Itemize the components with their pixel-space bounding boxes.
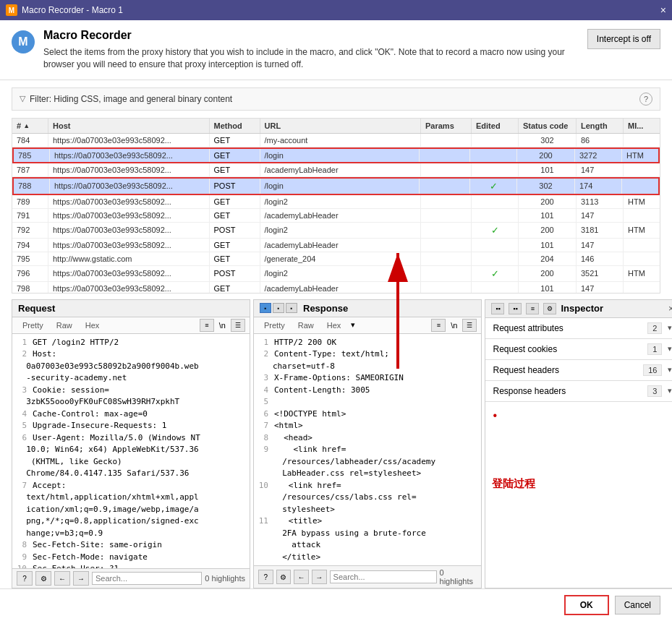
table-body: 784 https://0a07003e03e993c58092... GET … — [12, 134, 660, 293]
slash-n-response: \n — [451, 321, 457, 330]
inspector-row-resp-headers[interactable]: Response headers 3 ▾ — [485, 381, 672, 401]
req-line-9: 9Sec-Fetch-Mode: navigate — [17, 552, 245, 564]
cell-edited — [470, 149, 517, 162]
win-btn-2[interactable]: ▪ — [273, 303, 284, 313]
col-num[interactable]: # ▲ — [12, 119, 48, 133]
menu-icon-response[interactable]: ☰ — [462, 319, 477, 332]
col-edited[interactable]: Edited — [472, 119, 519, 133]
win-btn-3[interactable]: ▪ — [286, 303, 297, 313]
cell-method: GET — [210, 209, 260, 222]
col-length[interactable]: Length — [577, 119, 624, 133]
inspector-title: Inspector — [561, 303, 663, 314]
table-row[interactable]: 792 https://0a07003e03e993c58092... POST… — [12, 223, 660, 239]
cell-length: 3521 — [577, 266, 624, 281]
tab-hex-request[interactable]: Hex — [80, 320, 106, 331]
cancel-button[interactable]: Cancel — [615, 596, 660, 614]
response-bottom-toolbar: ? ⚙ ← → 0 highlights — [254, 565, 481, 588]
cell-url: /login — [260, 149, 420, 162]
inspector-icon-3[interactable]: ≡ — [526, 303, 539, 314]
col-method[interactable]: Method — [210, 119, 260, 133]
wrap-icon-response[interactable]: ≡ — [431, 319, 446, 332]
inspector-icon-4[interactable]: ⚙ — [543, 303, 556, 314]
inspector-panel: ▪▪ ▪▪ ≡ ⚙ Inspector × Request attributes… — [485, 299, 672, 588]
inspector-count-req-cookies: 1 — [647, 343, 662, 355]
search-input-response[interactable] — [330, 570, 437, 583]
col-mime[interactable]: MI... — [624, 119, 660, 133]
menu-icon-request[interactable]: ☰ — [231, 319, 245, 332]
req-line-5: 5Upgrade-Insecure-Requests: 1 — [17, 420, 245, 432]
cell-length: 147 — [577, 209, 624, 222]
col-url[interactable]: URL — [260, 119, 422, 133]
help-icon[interactable]: ? — [639, 93, 652, 106]
win-btn-1[interactable]: ▪ — [260, 303, 271, 313]
cell-length: 3113 — [577, 195, 624, 208]
req-line-7e: hange;v=b3;q=0.9 — [17, 528, 245, 540]
help-btn-response[interactable]: ? — [258, 570, 273, 584]
prev-btn-request[interactable]: ← — [54, 571, 70, 586]
title-bar-text: Macro Recorder - Macro 1 — [22, 5, 123, 15]
req-line-3: 3Cookie: session= — [17, 385, 245, 397]
inspector-row-req-cookies[interactable]: Request cookies 1 ▾ — [485, 339, 672, 359]
req-line-3b: 3zbK55ooo0yFK0uFC08SwH39RH7xpkhT — [17, 396, 245, 408]
filter-text: Filter: Hiding CSS, image and general bi… — [30, 94, 232, 104]
inspector-row-req-headers[interactable]: Request headers 16 ▾ — [485, 360, 672, 380]
tab-raw-request[interactable]: Raw — [51, 320, 78, 331]
dialog-header: M Macro Recorder Select the items from t… — [0, 20, 672, 80]
cell-params — [421, 223, 472, 238]
cell-num: 788 — [14, 179, 50, 194]
prev-btn-response[interactable]: ← — [294, 570, 309, 584]
dropdown-response[interactable]: ▾ — [351, 320, 355, 330]
intercept-button[interactable]: Intercept is off — [587, 29, 660, 49]
table-row[interactable]: 791 https://0a07003e03e993c58092... GET … — [12, 209, 660, 223]
table-row[interactable]: 794 https://0a07003e03e993c58092... GET … — [12, 239, 660, 252]
cell-length: 86 — [577, 134, 624, 147]
col-host[interactable]: Host — [48, 119, 210, 133]
cell-status: 302 — [519, 134, 577, 147]
inspector-row-req-attr[interactable]: Request attributes 2 ▾ — [485, 318, 672, 338]
cell-mime — [624, 163, 660, 176]
inspector-icon-2[interactable]: ▪▪ — [509, 303, 522, 314]
cell-host: https://0a07003e03e993c58092... — [48, 266, 210, 281]
table-row[interactable]: 787 https://0a07003e03e993c58092... GET … — [12, 163, 660, 177]
tab-pretty-response[interactable]: Pretty — [258, 320, 291, 331]
table-row[interactable]: 796 https://0a07003e03e993c58092... POST… — [12, 266, 660, 282]
highlights-request: 0 highlights — [205, 574, 245, 583]
resp-line-11b: 2FA bypass using a brute-force — [258, 528, 477, 540]
cell-mime — [624, 252, 660, 265]
table-row[interactable]: 789 https://0a07003e03e993c58092... GET … — [12, 195, 660, 209]
wrap-icon[interactable]: ≡ — [200, 319, 214, 332]
tab-raw-response[interactable]: Raw — [292, 320, 320, 331]
inspector-icon-1[interactable]: ▪▪ — [491, 303, 504, 314]
inspector-close-icon[interactable]: × — [668, 303, 672, 314]
table-row[interactable]: 784 https://0a07003e03e993c58092... GET … — [12, 134, 660, 147]
table-row[interactable]: 788 https://0a07003e03e993c58092... POST… — [12, 177, 660, 195]
table-row[interactable]: 795 http://www.gstatic.com GET /generate… — [12, 252, 660, 266]
inspector-arrow-req-attr: ▾ — [668, 323, 672, 333]
table-row[interactable]: 798 https://0a07003e03e993c58092... GET … — [12, 282, 660, 293]
resp-line-11c: attack — [258, 539, 477, 552]
cell-params — [421, 266, 472, 281]
close-icon[interactable]: × — [660, 4, 666, 16]
req-line-4: 4Cache-Control: max-age=0 — [17, 408, 245, 421]
req-line-2: 2Host: — [17, 348, 245, 361]
ok-button[interactable]: OK — [564, 595, 609, 615]
col-params[interactable]: Params — [421, 119, 472, 133]
resp-line-1: 1HTTP/2 200 OK — [258, 337, 477, 349]
help-btn-request[interactable]: ? — [17, 571, 33, 586]
cell-params — [421, 209, 472, 222]
cell-edited — [472, 252, 519, 265]
table-row[interactable]: 785 https://0a07003e03e993c58092... GET … — [12, 147, 660, 163]
settings-btn-response[interactable]: ⚙ — [276, 570, 292, 584]
cell-mime — [622, 179, 658, 194]
next-btn-response[interactable]: → — [312, 570, 327, 584]
settings-btn-request[interactable]: ⚙ — [35, 571, 51, 586]
search-input-request[interactable] — [92, 572, 202, 585]
inspector-count-req-headers: 16 — [643, 364, 662, 376]
cell-params — [421, 134, 472, 147]
tab-hex-response[interactable]: Hex — [321, 320, 347, 331]
next-btn-request[interactable]: → — [73, 571, 89, 586]
tab-pretty-request[interactable]: Pretty — [17, 320, 49, 331]
col-status[interactable]: Status code — [519, 119, 577, 133]
slash-n-request: \n — [219, 321, 226, 330]
response-tabs: Pretty Raw Hex ▾ ≡ \n ☰ — [254, 317, 481, 334]
